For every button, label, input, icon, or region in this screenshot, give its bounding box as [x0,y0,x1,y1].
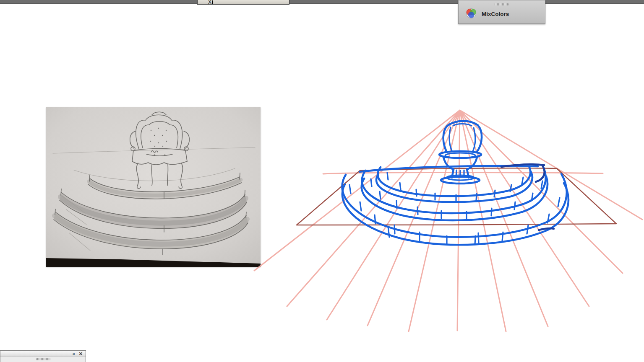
step-ticks [349,173,560,245]
horizon-guide [323,173,603,174]
drawing-canvas[interactable] [0,0,644,362]
mixcolors-label: MixColors [482,11,509,17]
ground-plane-outline [297,168,616,225]
reference-photo [46,107,261,267]
bottom-toolbar-panel[interactable]: » ✕ [0,350,86,362]
close-button[interactable]: ✕ [79,352,83,356]
bottom-panel-titlebar: » ✕ [0,351,86,357]
mixcolors-panel[interactable]: MixColors [458,0,545,24]
mixcolors-button[interactable]: MixColors [459,5,545,20]
perspective-guides [254,110,642,331]
app-window: X [0,0,644,362]
color-wheel-icon [465,8,477,20]
ink-platform [342,164,568,245]
bottom-panel-drag-handle[interactable] [36,358,50,360]
expand-button[interactable]: » [73,352,75,356]
ink-throne [439,121,482,184]
pencil-sketch [46,107,261,267]
bottom-panel-body [0,357,86,362]
